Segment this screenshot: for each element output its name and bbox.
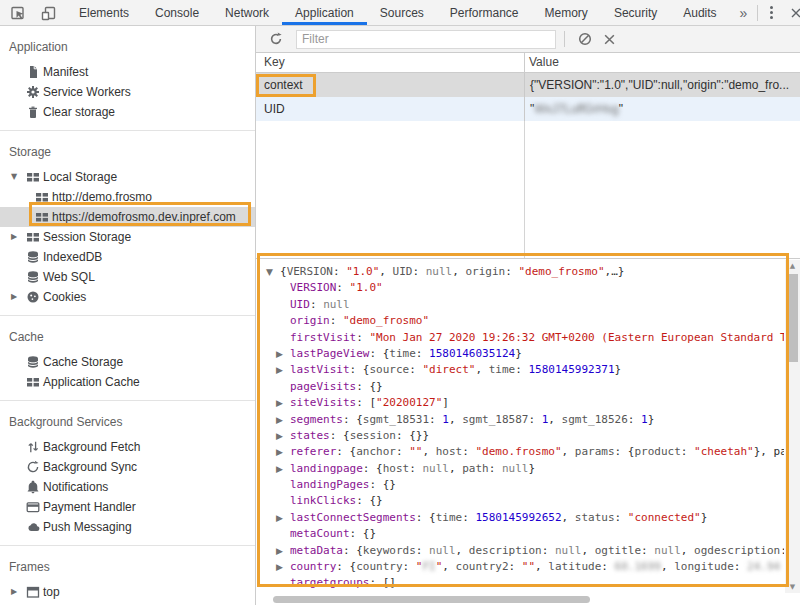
section-frames: Frames ▶ top <box>0 545 255 605</box>
close-icon[interactable] <box>785 2 800 24</box>
sidebar-item-cookies[interactable]: ▶ Cookies <box>0 287 255 307</box>
sidebar-item-notifications[interactable]: Notifications <box>0 477 255 497</box>
expand-icon[interactable]: ▶ <box>276 412 283 428</box>
json-tree-row[interactable]: ▶landingpage: {host: null, path: null} <box>256 461 784 477</box>
up-down-arrows-icon <box>26 440 40 454</box>
sidebar-item-frame-top[interactable]: ▶ top <box>0 582 255 602</box>
json-tree-row[interactable]: VERSION: "1.0" <box>256 280 784 296</box>
sidebar-item-application-cache[interactable]: Application Cache <box>0 372 255 392</box>
expand-icon[interactable]: ▶ <box>276 395 283 411</box>
json-tree-row[interactable]: ▶states: {session: {}} <box>256 428 784 444</box>
tab-application[interactable]: Application <box>282 0 367 25</box>
json-token: null <box>502 462 529 475</box>
more-tabs-icon[interactable]: » <box>730 0 758 25</box>
expand-icon[interactable]: ▶ <box>276 559 283 575</box>
json-tree-row[interactable]: ▶segments: {sgmt_18531: 1, sgmt_18587: 1… <box>256 412 784 428</box>
json-tree-row[interactable]: ▼{VERSION: "1.0", UID: null, origin: "de… <box>256 264 784 280</box>
json-tree-row[interactable]: ▶lastPageView: {time: 1580146035124} <box>256 346 784 362</box>
section-application: Application Manifest Service Workers Cle… <box>0 26 255 130</box>
refresh-icon[interactable] <box>264 27 288 51</box>
json-token: : {} <box>350 527 377 540</box>
json-tree-row[interactable]: ▶metaData: {keywords: null, description:… <box>256 543 784 559</box>
json-tree-row[interactable]: ▶lastVisit: {source: "direct", time: 158… <box>256 362 784 378</box>
sidebar-item-session-storage[interactable]: ▶ Session Storage <box>0 227 255 247</box>
scroll-down-icon[interactable]: ▼ <box>785 581 800 593</box>
table-row-uid[interactable]: UID "WxJ7LuffGrHsg" <box>256 97 800 121</box>
sidebar-item-payment-handler[interactable]: Payment Handler <box>0 497 255 517</box>
scroll-up-icon[interactable]: ▲ <box>785 260 800 272</box>
datagrid-empty-area[interactable] <box>256 121 800 258</box>
device-toolbar-icon[interactable] <box>38 2 60 24</box>
json-token: : <box>412 265 425 278</box>
tab-audits[interactable]: Audits <box>670 0 729 25</box>
sidebar-item-background-sync[interactable]: Background Sync <box>0 457 255 477</box>
json-token: , <box>422 445 435 458</box>
sidebar-item-clear-storage[interactable]: Clear storage <box>0 102 255 122</box>
json-tree-row[interactable]: linkClicks: {} <box>256 493 784 509</box>
expand-icon[interactable]: ▶ <box>276 428 283 444</box>
table-row-context[interactable]: context {"VERSION":"1.0","UID":null,"ori… <box>256 73 800 97</box>
tab-elements[interactable]: Elements <box>66 0 142 25</box>
json-token: : {}} <box>396 429 429 442</box>
expand-icon[interactable]: ▶ <box>276 510 283 526</box>
vertical-scrollbar[interactable]: ▲ ▼ <box>785 260 800 593</box>
json-tree-row[interactable]: UID: null <box>256 297 784 313</box>
json-tree-row[interactable]: pageVisits: {} <box>256 379 784 395</box>
json-tree-row[interactable]: targetgroups: [] <box>256 575 784 591</box>
more-menu-icon[interactable] <box>762 2 781 23</box>
json-token: time <box>436 511 463 524</box>
json-token: VERSION <box>287 265 333 278</box>
scrollbar-thumb[interactable] <box>787 274 798 362</box>
gear-icon <box>26 85 40 99</box>
sidebar-item-indexeddb[interactable]: IndexedDB <box>0 247 255 267</box>
collapse-icon[interactable]: ▼ <box>266 264 273 280</box>
block-icon[interactable] <box>573 27 597 51</box>
json-tree-row[interactable]: origin: "demo_frosmo" <box>256 313 784 329</box>
expand-icon[interactable]: ▶ <box>276 444 283 460</box>
sidebar-item-local-storage[interactable]: ▼ Local Storage <box>0 167 255 187</box>
expand-icon[interactable]: ▶ <box>11 227 17 247</box>
json-tree-row[interactable]: firstVisit: "Mon Jan 27 2020 19:26:32 GM… <box>256 330 784 346</box>
json-token: : <box>416 544 429 557</box>
clear-icon[interactable] <box>597 27 621 51</box>
filter-input[interactable] <box>296 30 556 49</box>
expand-icon[interactable]: ▶ <box>11 287 17 307</box>
sidebar-item-service-workers[interactable]: Service Workers <box>0 82 255 102</box>
sidebar-item-local-storage-http-demo-frosmo[interactable]: http://demo.frosmo <box>0 187 255 207</box>
json-tree-row[interactable]: metaCount: {} <box>256 526 784 542</box>
horizontal-scrollbar-thumb[interactable] <box>273 596 590 603</box>
column-header-value[interactable]: Value <box>524 53 800 72</box>
tab-console[interactable]: Console <box>142 0 212 25</box>
tab-memory[interactable]: Memory <box>532 0 601 25</box>
expand-icon[interactable]: ▶ <box>276 362 283 378</box>
json-tree-row[interactable]: ▶siteVisits: ["20200127"] <box>256 395 784 411</box>
expand-icon[interactable]: ▶ <box>276 543 283 559</box>
inspect-icon[interactable] <box>7 2 29 24</box>
sidebar-item-manifest[interactable]: Manifest <box>0 62 255 82</box>
expand-icon[interactable]: ▶ <box>276 461 283 477</box>
sidebar-item-web-sql[interactable]: Web SQL <box>0 267 255 287</box>
collapse-icon[interactable]: ▼ <box>11 167 17 187</box>
json-tree-row[interactable]: ▶country: {country: "FI", country2: "", … <box>256 559 784 575</box>
json-tree-row[interactable]: ▶referer: {anchor: "", host: "demo.frosm… <box>256 444 784 460</box>
tab-security[interactable]: Security <box>601 0 670 25</box>
json-token: 1 <box>641 413 648 426</box>
json-token: ogdescription <box>694 544 780 557</box>
sidebar-item-local-storage-https-demofrosmo[interactable]: https://demofrosmo.dev.inpref.com <box>0 207 255 227</box>
expand-icon[interactable]: ▶ <box>11 582 17 602</box>
json-tree-row[interactable]: ▶lastConnectSegments: {time: 15801459926… <box>256 510 784 526</box>
json-tree-row[interactable]: landingPages: {} <box>256 477 784 493</box>
json-token: }, pa <box>754 445 784 458</box>
expand-icon[interactable]: ▶ <box>276 346 283 362</box>
tab-network[interactable]: Network <box>212 0 282 25</box>
column-header-key[interactable]: Key <box>256 53 524 72</box>
sidebar-item-cache-storage[interactable]: Cache Storage <box>0 352 255 372</box>
tab-sources[interactable]: Sources <box>367 0 437 25</box>
sidebar-item-push-messaging[interactable]: Push Messaging <box>0 517 255 537</box>
json-token: : <box>336 281 349 294</box>
sidebar-item-background-fetch[interactable]: Background Fetch <box>0 437 255 457</box>
tab-performance[interactable]: Performance <box>437 0 532 25</box>
label: Local Storage <box>43 170 117 184</box>
table-icon <box>26 375 40 389</box>
json-token: : <box>681 445 694 458</box>
